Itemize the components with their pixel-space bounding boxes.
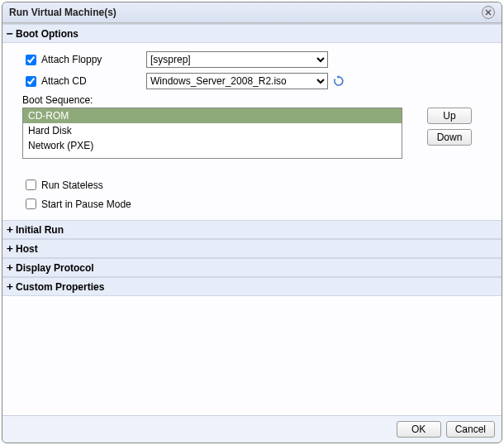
expand-icon: + <box>6 242 14 255</box>
run-vm-dialog: Run Virtual Machine(s) − Boot Options At… <box>2 2 502 443</box>
empty-area <box>2 296 502 415</box>
section-custom-properties[interactable]: + Custom Properties <box>2 277 502 296</box>
section-host-label: Host <box>16 243 38 255</box>
close-icon[interactable] <box>482 6 495 19</box>
dialog-footer: OK Cancel <box>2 415 502 443</box>
expand-icon: + <box>6 280 14 293</box>
attach-cd-label: Attach CD <box>41 75 87 87</box>
expand-icon: + <box>6 223 14 236</box>
refresh-icon[interactable] <box>333 75 345 87</box>
list-item[interactable]: CD-ROM <box>23 108 402 123</box>
svg-marker-2 <box>337 75 340 79</box>
dialog-body: − Boot Options Attach Floppy [sysprep] A… <box>2 23 502 415</box>
down-button[interactable]: Down <box>427 129 472 146</box>
run-stateless-checkbox[interactable] <box>26 179 36 190</box>
section-boot-options[interactable]: − Boot Options <box>2 24 502 43</box>
boot-sequence-label: Boot Sequence: <box>22 94 492 106</box>
titlebar: Run Virtual Machine(s) <box>2 2 502 23</box>
run-stateless-label: Run Stateless <box>41 179 103 191</box>
attach-floppy-checkbox[interactable] <box>26 55 36 65</box>
expand-icon: + <box>6 261 14 274</box>
cancel-button[interactable]: Cancel <box>446 421 495 438</box>
list-item[interactable]: Hard Disk <box>23 123 402 138</box>
boot-options-body: Attach Floppy [sysprep] Attach CD Window… <box>2 43 502 220</box>
section-boot-options-label: Boot Options <box>16 28 78 40</box>
boot-sequence-list[interactable]: CD-ROM Hard Disk Network (PXE) <box>22 108 402 159</box>
section-initial-run-label: Initial Run <box>16 224 64 236</box>
list-item[interactable]: Network (PXE) <box>23 138 402 153</box>
section-display-protocol[interactable]: + Display Protocol <box>2 258 502 277</box>
ok-button[interactable]: OK <box>397 421 441 438</box>
attach-cd-select[interactable]: Windows_Server_2008_R2.iso <box>146 73 328 89</box>
up-button[interactable]: Up <box>427 108 472 124</box>
section-initial-run[interactable]: + Initial Run <box>2 220 502 239</box>
attach-cd-label-wrap[interactable]: Attach CD <box>22 74 146 89</box>
section-custom-properties-label: Custom Properties <box>16 281 104 293</box>
misc-checkboxes: Run Stateless Start in Pause Mode <box>22 177 492 212</box>
attach-cd-row: Attach CD Windows_Server_2008_R2.iso <box>22 73 492 89</box>
reorder-buttons: Up Down <box>427 108 472 146</box>
attach-floppy-select[interactable]: [sysprep] <box>146 51 328 68</box>
start-pause-checkbox[interactable] <box>26 199 36 209</box>
collapse-icon: − <box>6 27 14 40</box>
attach-floppy-label-wrap[interactable]: Attach Floppy <box>22 52 146 68</box>
dialog-title: Run Virtual Machine(s) <box>9 7 116 18</box>
start-pause-label-wrap[interactable]: Start in Pause Mode <box>22 196 146 212</box>
start-pause-label: Start in Pause Mode <box>41 199 131 210</box>
boot-sequence-row: CD-ROM Hard Disk Network (PXE) Up Down <box>22 108 492 159</box>
section-display-protocol-label: Display Protocol <box>16 262 94 274</box>
run-stateless-label-wrap[interactable]: Run Stateless <box>22 177 146 193</box>
attach-floppy-label: Attach Floppy <box>41 54 102 65</box>
attach-floppy-row: Attach Floppy [sysprep] <box>22 51 492 68</box>
section-host[interactable]: + Host <box>2 239 502 258</box>
attach-cd-checkbox[interactable] <box>26 76 36 87</box>
